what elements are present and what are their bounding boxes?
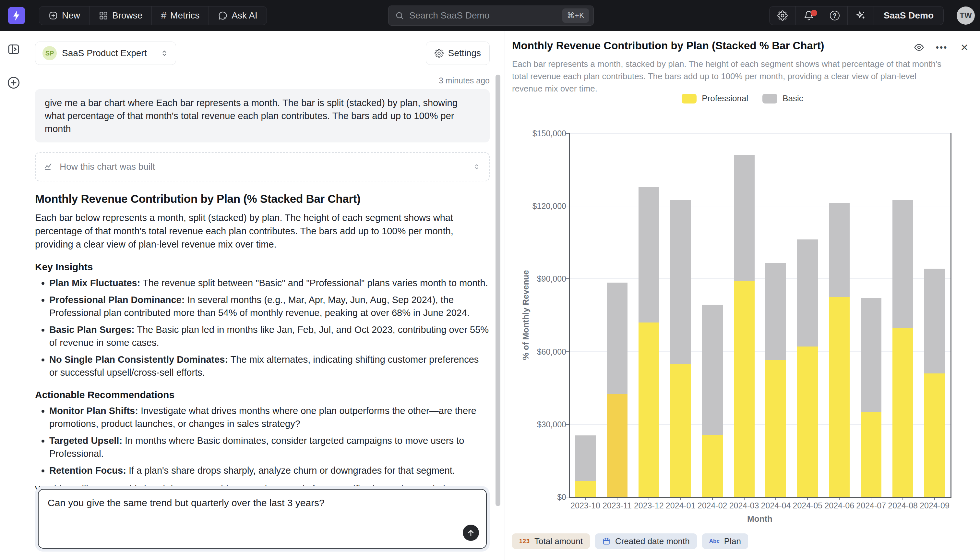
- agent-name: SaaS Product Expert: [62, 48, 146, 58]
- insights-heading: Key Insights: [35, 262, 490, 273]
- help-button[interactable]: ?: [822, 7, 848, 25]
- bullet-item: Professional Plan Dominance: In several …: [49, 293, 490, 319]
- bar-2023-11-professional[interactable]: [607, 394, 628, 497]
- bar-2023-12-basic[interactable]: [638, 187, 659, 323]
- recommendations-heading: Actionable Recommendations: [35, 389, 490, 400]
- send-button[interactable]: [463, 525, 479, 541]
- bar-2024-08-basic[interactable]: [892, 200, 913, 328]
- bar-2024-02-basic[interactable]: [702, 305, 723, 435]
- recommendations-list: Monitor Plan Shifts: Investigate what dr…: [35, 404, 490, 477]
- gridline: [570, 133, 950, 134]
- bullet-item: Targeted Upsell: In months where Basic d…: [49, 434, 490, 460]
- message-timestamp: 3 minutes ago: [35, 76, 490, 85]
- workspace-switcher[interactable]: SaaS Demo: [874, 7, 943, 25]
- y-tick-label: $120,000: [505, 202, 566, 211]
- search-icon: [395, 11, 404, 20]
- plus-circle-icon: [7, 76, 20, 90]
- bar-2024-02-professional[interactable]: [702, 435, 723, 497]
- plus-square-icon: [48, 11, 58, 20]
- notifications-button[interactable]: [796, 7, 822, 25]
- bullet-item: Basic Plan Surges: The Basic plan led in…: [49, 323, 490, 349]
- ai-sparkles-button[interactable]: [848, 7, 874, 25]
- bar-2024-05-professional[interactable]: [797, 347, 818, 497]
- bullet-item: Retention Focus: If a plan's share drops…: [49, 464, 490, 477]
- bar-2024-07-basic[interactable]: [860, 298, 881, 412]
- how-chart-built-expander[interactable]: How this chart was built: [35, 152, 490, 182]
- field-chip-plan[interactable]: AbcPlan: [702, 533, 748, 549]
- sparkles-icon: [855, 10, 866, 21]
- settings-gear-button[interactable]: [769, 7, 796, 25]
- search-input[interactable]: [409, 10, 562, 21]
- y-tick-label: $0: [505, 493, 566, 502]
- chat-scrollbar[interactable]: [495, 75, 500, 506]
- chat-input[interactable]: [38, 490, 486, 548]
- bar-2023-10-basic[interactable]: [575, 435, 596, 481]
- help-icon: ?: [830, 11, 840, 20]
- insights-list: Plan Mix Fluctuates: The revenue split b…: [35, 277, 490, 379]
- bar-2024-01-professional[interactable]: [670, 364, 691, 497]
- bar-2024-06-professional[interactable]: [829, 297, 850, 497]
- bar-2023-11-basic[interactable]: [607, 283, 628, 393]
- app-logo[interactable]: [8, 7, 25, 24]
- chat-panel: SP SaaS Product Expert Settings 3 minute…: [27, 31, 505, 560]
- left-rail: [0, 31, 27, 560]
- app-window: New Browse # Metrics Ask AI ⌘+K: [0, 0, 980, 560]
- notification-badge: [811, 10, 817, 16]
- user-avatar[interactable]: TW: [957, 7, 975, 25]
- bar-2023-10-professional[interactable]: [575, 481, 596, 497]
- bar-2024-09-basic[interactable]: [924, 268, 945, 373]
- nav-new-label: New: [62, 10, 80, 21]
- nav-ask-ai-button[interactable]: Ask AI: [209, 7, 266, 25]
- chat-input-box: [38, 489, 487, 548]
- panel-expand-icon: [7, 43, 20, 56]
- chip-label: Created date month: [615, 536, 690, 547]
- y-tick-label: $60,000: [505, 347, 566, 356]
- bar-2023-12-professional[interactable]: [638, 323, 659, 497]
- x-axis-title: Month: [747, 514, 772, 524]
- bar-2024-05-basic[interactable]: [797, 240, 818, 347]
- y-tick-label: $30,000: [505, 420, 566, 429]
- global-search: ⌘+K: [388, 5, 594, 26]
- y-axis-line: [569, 133, 570, 498]
- bar-2024-03-basic[interactable]: [734, 155, 755, 281]
- field-chip-total-amount[interactable]: 123Total amount: [512, 533, 590, 549]
- search-shortcut-kbd: ⌘+K: [562, 8, 589, 23]
- response-title: Monthly Revenue Contribution by Plan (% …: [35, 192, 490, 205]
- agent-settings-button[interactable]: Settings: [426, 42, 490, 65]
- response-intro: Each bar below represents a month, split…: [35, 211, 490, 251]
- arrow-up-icon: [466, 528, 475, 537]
- how-built-label: How this chart was built: [60, 162, 155, 172]
- bar-2024-06-basic[interactable]: [829, 203, 850, 297]
- nav-new-button[interactable]: New: [39, 7, 90, 25]
- y-tick-label: $90,000: [505, 274, 566, 283]
- nav-browse-button[interactable]: Browse: [90, 7, 152, 25]
- utility-nav: ? SaaS Demo: [769, 6, 943, 25]
- sidebar-toggle-button[interactable]: [7, 43, 20, 57]
- x-axis-line: [569, 497, 951, 498]
- chat-header: SP SaaS Product Expert Settings: [35, 42, 490, 65]
- field-chip-created-date-month[interactable]: Created date month: [595, 533, 697, 549]
- bar-2024-09-professional[interactable]: [924, 373, 945, 497]
- bar-2024-04-basic[interactable]: [765, 263, 786, 360]
- user-message-bubble: give me a bar chart where Each bar repre…: [35, 89, 490, 142]
- primary-nav: New Browse # Metrics Ask AI: [39, 6, 267, 25]
- bar-2024-04-professional[interactable]: [765, 360, 786, 497]
- nav-metrics-button[interactable]: # Metrics: [152, 7, 209, 25]
- chat-input-container: [35, 486, 490, 552]
- agent-avatar: SP: [43, 46, 57, 60]
- bar-2024-03-professional[interactable]: [734, 281, 755, 497]
- grid-icon: [99, 11, 108, 20]
- agent-selector[interactable]: SP SaaS Product Expert: [35, 42, 176, 65]
- nav-metrics-label: Metrics: [170, 10, 199, 21]
- chip-label: Plan: [724, 536, 741, 547]
- x-tick-label: 2024-09: [909, 501, 960, 510]
- bullet-item: No Single Plan Consistently Dominates: T…: [49, 353, 490, 379]
- bar-2024-08-professional[interactable]: [892, 328, 913, 497]
- bar-2024-07-professional[interactable]: [860, 412, 881, 497]
- bar-2024-01-basic[interactable]: [670, 200, 691, 364]
- text-type-icon: Abc: [709, 538, 719, 545]
- y-tick-label: $150,000: [505, 129, 566, 138]
- new-thread-button[interactable]: [7, 76, 20, 91]
- chart-area: % of Monthly Revenue Month $0$30,000$60,…: [505, 31, 980, 560]
- chart-line-icon: [44, 162, 54, 172]
